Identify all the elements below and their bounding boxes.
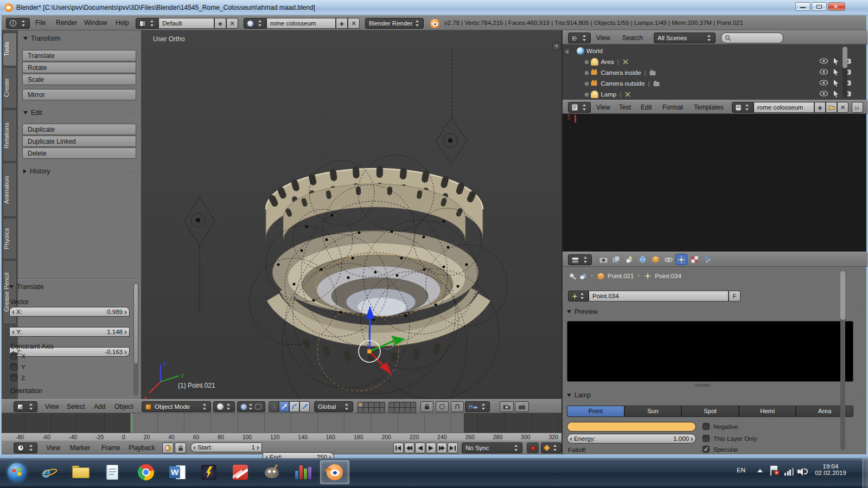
taskbar-blender-active[interactable] [320,460,349,484]
tab-constraints[interactable] [662,254,674,265]
visibility-eye-icon[interactable] [820,91,828,97]
menu-tl-playback[interactable]: Playback [126,441,157,455]
text-datablock-field[interactable]: rome colosseum [754,102,814,113]
selectable-cursor-icon[interactable] [833,80,839,86]
transform-orientation-select[interactable]: Global [314,401,353,412]
menu-file[interactable]: File [33,16,48,30]
vector-y-field[interactable]: Y:1.148 [9,327,130,337]
start-button[interactable] [2,460,31,484]
tab-object[interactable] [649,254,661,265]
render-engine-select[interactable]: Blender Render [365,18,424,29]
display-mode-select[interactable]: All Scenes [654,33,716,43]
constraint-y-checkbox[interactable] [10,363,17,370]
taskbar-gimp[interactable] [257,460,286,484]
menu-text-edit[interactable]: Edit [639,100,654,114]
selectable-cursor-icon[interactable] [833,69,839,75]
title-bar[interactable]: Blender* [C:\Users\pvv\Documents\pvv\3D\… [0,0,868,15]
region-expand-plus[interactable]: + [552,42,560,50]
expand-plus-icon[interactable]: ⊕ [584,92,589,98]
editor-type-3dview-button[interactable] [14,401,37,412]
visibility-eye-icon[interactable] [820,69,828,75]
constraint-z-checkbox[interactable] [10,374,17,381]
tab-render[interactable] [597,254,609,265]
close-button[interactable]: ✕ [828,2,845,11]
editor-type-timeline-button[interactable] [14,442,37,453]
expand-plus-icon[interactable]: ⊕ [584,81,589,87]
sync-mode-select[interactable]: No Sync [462,442,522,453]
show-desktop-button[interactable] [863,458,868,488]
scale-button[interactable]: Scale [22,74,136,85]
menu-tl-view[interactable]: View [44,441,62,455]
taskbar-sketchup[interactable] [226,460,255,484]
fake-user-button[interactable]: F [729,291,741,301]
tab-texture[interactable] [688,254,700,265]
lamp-type-spot[interactable]: Spot [681,406,739,417]
panel-resize-handle[interactable] [695,384,710,387]
visibility-eye-icon[interactable] [820,80,828,86]
snap-button[interactable] [451,401,464,412]
lock-to-scene-button[interactable] [420,401,433,412]
visibility-eye-icon[interactable] [820,58,828,64]
mode-select[interactable]: Object Mode [142,401,211,412]
outliner-item-camera-outside[interactable]: ⊕ Camera outside | [577,78,867,89]
menu-select[interactable]: Select [65,400,87,414]
outliner-search-field[interactable] [721,33,783,43]
add-scene-button[interactable] [336,18,348,29]
menu-text-format[interactable]: Format [660,100,685,114]
scene-name-field[interactable]: rome colosseum [266,18,336,29]
specular-checkbox[interactable] [703,446,710,453]
menu-help[interactable]: Help [113,16,131,30]
taskbar-lightning-app[interactable] [194,460,224,484]
scene-datablock-icon[interactable] [579,273,587,280]
manipulator-rotate-button[interactable] [289,401,299,412]
panel-drag-dots-icon[interactable]: :::: [856,309,863,314]
manipulator-axes-icon-button[interactable] [269,401,279,412]
maximize-button[interactable] [812,2,827,11]
panel-drag-dots-icon[interactable]: :::: [856,393,863,398]
duplicate-button[interactable]: Duplicate [22,124,136,135]
tab-object-data-lamp[interactable] [675,254,687,265]
jump-to-start-button[interactable] [393,442,404,453]
taskbar-file-explorer[interactable] [66,460,95,484]
panel-drag-dots-icon[interactable]: :::: [129,110,136,115]
rotate-button[interactable]: Rotate [22,62,136,73]
lamp-type-point[interactable]: Point [567,406,624,417]
editor-type-properties-button[interactable] [568,254,592,265]
add-layout-button[interactable] [214,18,226,29]
lamp-type-sun[interactable]: Sun [624,406,682,417]
tab-physics[interactable]: Physics [3,218,17,259]
panel-header-edit[interactable]: Edit :::: [23,109,136,117]
tab-world[interactable] [636,254,648,265]
next-keyframe-button[interactable] [437,442,447,453]
text-datablock-icon-button[interactable] [732,102,754,113]
panel-header-translate-operator[interactable]: Translate :::: [9,283,131,291]
prev-keyframe-button[interactable] [404,442,414,453]
clock[interactable]: 19:04 02.02.2019 [812,463,850,476]
tab-animation[interactable]: Animation [3,163,17,217]
layers-widget[interactable] [358,402,416,413]
tab-create[interactable]: Create [3,67,17,108]
jump-to-end-button[interactable] [448,442,458,453]
menu-text-view[interactable]: View [594,100,612,114]
start-frame-field[interactable]: Start:1 [190,442,262,452]
delete-layout-button[interactable] [226,18,238,29]
constraint-x-checkbox[interactable] [10,352,17,359]
negative-checkbox[interactable] [703,423,710,430]
menu-tl-frame[interactable]: Frame [99,441,123,455]
tab-relations[interactable]: Relations [3,110,17,162]
opengl-render-button[interactable] [500,401,514,412]
auto-keyframe-button[interactable] [527,442,539,453]
taskbar-notepad[interactable] [98,460,127,484]
duplicate-linked-button[interactable]: Duplicate Linked [22,136,136,147]
lock-frame-button[interactable] [175,442,186,453]
mirror-button[interactable]: Mirror [22,89,136,100]
outliner-scrollbar[interactable] [843,47,847,98]
panel-header-preview[interactable]: Preview :::: [567,308,863,316]
open-text-button[interactable] [826,102,837,113]
taskbar-stats-app[interactable] [289,460,318,484]
viewport-3d[interactable]: z y x User Ortho (1) Point.021 + [141,30,561,399]
taskbar-chrome[interactable] [131,460,161,484]
screen-layout-field[interactable]: Default [158,18,214,29]
pin-icon[interactable] [569,273,576,280]
pivot-point-select[interactable] [237,401,265,412]
